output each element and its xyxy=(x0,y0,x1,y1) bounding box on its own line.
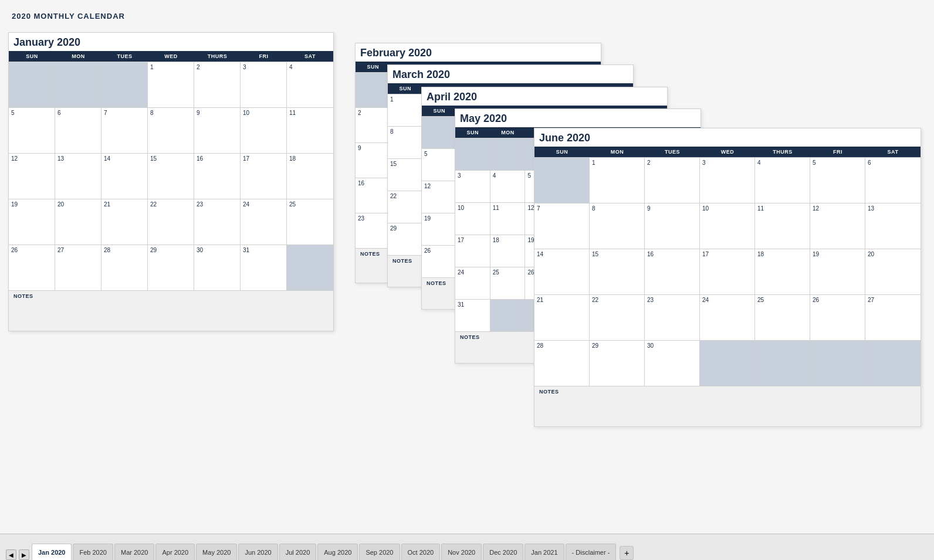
cal-cell: 29 xyxy=(388,223,423,255)
cal-cell: 13 xyxy=(55,153,101,199)
june-title: June 2020 xyxy=(534,128,921,147)
cal-cell: 17 xyxy=(455,235,490,267)
cal-cell: 8 xyxy=(590,203,645,249)
cal-cell xyxy=(490,138,526,170)
tab-may-2020[interactable]: May 2020 xyxy=(196,544,237,560)
cal-cell: 5 xyxy=(810,157,865,203)
cal-cell: 5 xyxy=(422,148,457,181)
january-header: SUNMONTUESWEDTHURSFRISAT xyxy=(9,51,333,62)
day-header-mon: MON xyxy=(55,51,101,62)
day-header-mon: MON xyxy=(590,147,645,157)
january-grid: 1234567891011121314151617181920212223242… xyxy=(9,62,333,290)
cal-cell: 12 xyxy=(422,181,457,213)
tab-aug-2020[interactable]: Aug 2020 xyxy=(317,544,358,560)
cal-cell: 8 xyxy=(148,107,194,153)
cal-cell: 30 xyxy=(645,340,700,386)
tab-jul-2020[interactable]: Jul 2020 xyxy=(279,544,317,560)
cal-cell: 8 xyxy=(388,126,423,158)
cal-cell: 16 xyxy=(356,178,391,213)
cal-cell: 2 xyxy=(194,62,241,107)
cal-cell: 16 xyxy=(645,249,700,294)
cal-cell: 22 xyxy=(148,199,194,245)
tab-nav-right[interactable]: ▶ xyxy=(19,549,29,560)
cal-cell: 21 xyxy=(101,199,148,245)
cal-cell: 12 xyxy=(810,203,865,249)
cal-cell: 25 xyxy=(287,199,333,245)
tab-nav-left[interactable]: ◀ xyxy=(6,549,16,560)
cal-cell: 11 xyxy=(287,107,333,153)
cal-cell: 31 xyxy=(241,245,287,290)
day-header-thurs: THURS xyxy=(755,147,810,157)
cal-cell: 25 xyxy=(490,267,526,299)
cal-cell xyxy=(9,62,55,107)
day-header-sat: SAT xyxy=(287,51,333,62)
cal-cell xyxy=(810,340,865,386)
day-header-thurs: THURS xyxy=(194,51,241,62)
cal-cell xyxy=(356,72,391,107)
june-header: SUNMONTUESWEDTHURSFRISAT xyxy=(534,147,921,157)
cal-cell: 24 xyxy=(455,267,490,299)
cal-cell: 7 xyxy=(534,203,590,249)
cal-cell: 15 xyxy=(148,153,194,199)
page-title: 2020 MONTHLY CALENDAR xyxy=(12,12,922,21)
cal-cell: 24 xyxy=(241,199,287,245)
cal-cell: 23 xyxy=(356,213,391,248)
cal-cell: 28 xyxy=(101,245,148,290)
february-title: February 2020 xyxy=(356,43,601,62)
cal-cell: 2 xyxy=(645,157,700,203)
cal-cell: 14 xyxy=(534,249,590,294)
tab-dec-2020[interactable]: Dec 2020 xyxy=(483,544,523,560)
january-notes: NOTES xyxy=(9,290,333,301)
tab-sep-2020[interactable]: Sep 2020 xyxy=(359,544,400,560)
day-header-sun: SUN xyxy=(455,127,490,138)
cal-cell xyxy=(490,299,526,331)
day-header-fri: FRI xyxy=(810,147,865,157)
tab-add-button[interactable]: + xyxy=(620,546,634,560)
june-calendar: June 2020 SUNMONTUESWEDTHURSFRISAT 12345… xyxy=(534,128,921,427)
tab-container: Jan 2020Feb 2020Mar 2020Apr 2020May 2020… xyxy=(32,544,617,560)
cal-cell: 17 xyxy=(700,249,755,294)
cal-cell: 2 xyxy=(356,107,391,142)
cal-cell: 14 xyxy=(101,153,148,199)
tab-feb-2020[interactable]: Feb 2020 xyxy=(73,544,113,560)
cal-cell: 11 xyxy=(755,203,810,249)
cal-cell: 26 xyxy=(422,245,457,277)
cal-cell xyxy=(287,245,333,290)
day-header-fri: FRI xyxy=(241,51,287,62)
cal-cell: 3 xyxy=(455,170,490,202)
cal-cell: 26 xyxy=(810,294,865,340)
tab-bar: ◀ ▶ Jan 2020Feb 2020Mar 2020Apr 2020May … xyxy=(0,534,934,560)
cal-cell: 10 xyxy=(700,203,755,249)
cal-cell: 3 xyxy=(700,157,755,203)
cal-cell: 6 xyxy=(55,107,101,153)
cal-cell: 12 xyxy=(9,153,55,199)
tab-oct-2020[interactable]: Oct 2020 xyxy=(401,544,441,560)
cal-cell: 29 xyxy=(590,340,645,386)
day-header-sun: SUN xyxy=(9,51,55,62)
cal-cell: 27 xyxy=(865,294,921,340)
cal-cell: 21 xyxy=(534,294,590,340)
cal-cell: 30 xyxy=(194,245,241,290)
cal-cell: 22 xyxy=(590,294,645,340)
day-header-tues: TUES xyxy=(101,51,148,62)
cal-cell: 4 xyxy=(490,170,526,202)
cal-cell: 20 xyxy=(55,199,101,245)
tab---disclaimer--[interactable]: - Disclaimer - xyxy=(566,544,617,560)
june-grid: 1234567891011121314151617181920212223242… xyxy=(534,157,921,386)
cal-cell: 15 xyxy=(388,158,423,191)
cal-cell: 19 xyxy=(422,213,457,245)
cal-cell: 18 xyxy=(755,249,810,294)
april-title: April 2020 xyxy=(422,87,667,106)
main-container: 2020 MONTHLY CALENDAR January 2020 SUNMO… xyxy=(0,0,934,534)
tab-jan-2020[interactable]: Jan 2020 xyxy=(32,544,72,560)
march-title: March 2020 xyxy=(388,65,633,83)
cal-cell: 20 xyxy=(865,249,921,294)
cal-cell: 18 xyxy=(490,235,526,267)
tab-jan-2021[interactable]: Jan 2021 xyxy=(524,544,564,560)
day-header-sun: SUN xyxy=(388,83,423,94)
tab-jun-2020[interactable]: Jun 2020 xyxy=(238,544,278,560)
tab-nov-2020[interactable]: Nov 2020 xyxy=(441,544,482,560)
cal-cell: 23 xyxy=(645,294,700,340)
tab-apr-2020[interactable]: Apr 2020 xyxy=(155,544,195,560)
tab-mar-2020[interactable]: Mar 2020 xyxy=(114,544,154,560)
